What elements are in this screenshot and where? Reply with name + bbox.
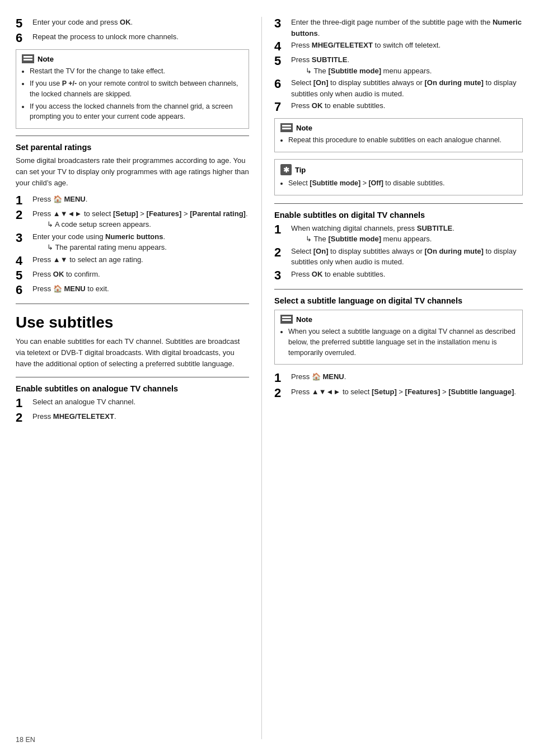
parental-step-6: 6 Press 🏠 MENU to exit. [16, 283, 249, 297]
note-icon-3 [280, 315, 293, 324]
right-step-5-sub: ↳ The [Subtitle mode] menu appears. [306, 66, 432, 77]
right-step-4: 4 Press MHEG/TELETEXT to switch off tele… [274, 40, 523, 53]
digital-step-1-sub: ↳ The [Subtitle mode] menu appears. [306, 234, 455, 245]
analogue-step-text-2: Press MHEG/TELETEXT. [32, 411, 249, 422]
set-parental-section: Set parental ratings Some digital broadc… [16, 143, 249, 297]
note-box-3: Note When you select a subtitle language… [274, 310, 523, 365]
analogue-step-2: 2 Press MHEG/TELETEXT. [16, 411, 249, 424]
analogue-step-num-2: 2 [16, 411, 30, 424]
parental-step-num-4: 4 [16, 254, 30, 268]
digital-step-3: 3 Press OK to enable subtitles. [274, 269, 523, 282]
tip-box-1: ✱ Tip Select [Subtitle mode] > [Off] to … [274, 159, 523, 195]
note-box-2: Note Repeat this procedure to enable sub… [274, 118, 523, 152]
note-item-3-1: When you select a subtitle language on a… [288, 326, 517, 358]
right-step-6: 6 Select [On] to display subtitles alway… [274, 77, 523, 99]
right-step-text-4: Press MHEG/TELETEXT to switch off telete… [291, 40, 523, 51]
right-column: 3 Enter the three-digit page number of t… [262, 17, 523, 739]
select-lang-section: Select a subtitle language on digital TV… [274, 296, 523, 400]
analogue-step-num-1: 1 [16, 396, 30, 410]
right-step-num-3: 3 [274, 17, 289, 30]
note-item-2-1: Repeat this procedure to enable subtitle… [288, 135, 517, 146]
digital-step-text-3: Press OK to enable subtitles. [291, 269, 523, 280]
note-text-1: Restart the TV for the change to take ef… [22, 66, 243, 122]
parental-step-3: 3 Enter your code using Numeric buttons.… [16, 231, 249, 253]
digital-step-2: 2 Select [On] to display subtitles alway… [274, 246, 523, 268]
right-step-text-3: Enter the three-digit page number of the… [291, 17, 523, 39]
tip-icon-1: ✱ [280, 164, 292, 175]
digital-step-num-1: 1 [274, 223, 289, 236]
divider-right-1 [274, 203, 523, 204]
right-step-num-5: 5 [274, 54, 289, 68]
note-text-2: Repeat this procedure to enable subtitle… [280, 135, 517, 146]
enable-digital-title: Enable subtitles on digital TV channels [274, 211, 523, 220]
divider-1 [16, 136, 249, 136]
note-label-2: Note [296, 124, 312, 132]
note-text-3: When you select a subtitle language on a… [280, 326, 517, 358]
parental-step-text-4: Press ▲▼ to select an age rating. [32, 254, 249, 265]
lang-step-text-1: Press 🏠 MENU. [291, 371, 523, 382]
right-step-text-6: Select [On] to display subtitles always … [291, 77, 523, 99]
lang-step-num-1: 1 [274, 371, 289, 385]
right-step-text-5: Press SUBTITLE. [291, 55, 349, 64]
page-footer: 18 EN [16, 736, 35, 744]
note-label-3: Note [296, 315, 312, 324]
note-label-1: Note [38, 55, 54, 63]
parental-step-2-sub: ↳ A code setup screen appears. [47, 219, 248, 230]
lang-step-text-2: Press ▲▼◄► to select [Setup] > [Features… [291, 386, 523, 398]
digital-step-1: 1 When watching digital channels, press … [274, 223, 523, 245]
right-step-7: 7 Press OK to enable subtitles. [274, 100, 523, 114]
divider-right-2 [274, 289, 523, 290]
parental-step-num-2: 2 [16, 208, 30, 222]
tip-header-1: ✱ Tip [280, 164, 517, 175]
tip-item-1-1: Select [Subtitle mode] > [Off] to disabl… [288, 178, 517, 189]
right-steps-top: 3 Enter the three-digit page number of t… [274, 17, 523, 114]
steps-5-6: 5 Enter your code and press OK. 6 Repeat… [16, 17, 249, 45]
parental-step-text-2: Press ▲▼◄► to select [Setup] > [Features… [32, 209, 248, 218]
parental-step-num-5: 5 [16, 269, 30, 282]
parental-step-text-3: Enter your code using Numeric buttons. [32, 232, 165, 241]
parental-step-num-1: 1 [16, 194, 30, 207]
use-subtitles-body: You can enable subtitles for each TV cha… [16, 336, 249, 370]
parental-step-num-6: 6 [16, 283, 30, 297]
lang-step-num-2: 2 [274, 386, 289, 400]
left-column: 5 Enter your code and press OK. 6 Repeat… [16, 17, 262, 739]
enable-analogue-section: Enable subtitles on analogue TV channels… [16, 384, 249, 424]
parental-step-text-1: Press 🏠 MENU. [32, 194, 249, 205]
use-subtitles-section: Use subtitles You can enable subtitles f… [16, 314, 249, 370]
tip-text-1: Select [Subtitle mode] > [Off] to disabl… [280, 178, 517, 189]
parental-step-1: 1 Press 🏠 MENU. [16, 194, 249, 207]
step-num-5: 5 [16, 17, 30, 30]
lang-step-1: 1 Press 🏠 MENU. [274, 371, 523, 385]
parental-step-2: 2 Press ▲▼◄► to select [Setup] > [Featur… [16, 208, 249, 230]
use-subtitles-title: Use subtitles [16, 314, 249, 332]
parental-step-3-sub: ↳ The parental rating menu appears. [47, 242, 167, 253]
tip-label-1: Tip [295, 166, 306, 174]
right-step-text-7: Press OK to enable subtitles. [291, 100, 523, 111]
right-step-num-7: 7 [274, 100, 289, 114]
note-header-1: Note [22, 54, 243, 63]
right-step-num-4: 4 [274, 40, 289, 53]
analogue-step-1: 1 Select an analogue TV channel. [16, 396, 249, 410]
step-text-5: Enter your code and press OK. [32, 17, 249, 28]
digital-step-text-1: When watching digital channels, press SU… [291, 224, 455, 232]
right-step-3: 3 Enter the three-digit page number of t… [274, 17, 523, 39]
right-step-5: 5 Press SUBTITLE. ↳ The [Subtitle mode] … [274, 54, 523, 76]
note-header-2: Note [280, 123, 517, 132]
note-icon-1 [22, 54, 34, 63]
step-text-6: Repeat the process to unlock more channe… [32, 31, 249, 43]
digital-step-text-2: Select [On] to display subtitles always … [291, 246, 523, 268]
right-step-num-6: 6 [274, 77, 289, 91]
note-item-1-2: If you use P +/- on your remote control … [30, 78, 243, 100]
parental-step-4: 4 Press ▲▼ to select an age rating. [16, 254, 249, 268]
digital-step-num-3: 3 [274, 269, 289, 282]
parental-step-5: 5 Press OK to confirm. [16, 269, 249, 282]
set-parental-title: Set parental ratings [16, 143, 249, 152]
set-parental-body: Some digital broadcasters rate their pro… [16, 155, 249, 189]
step-num-6: 6 [16, 31, 30, 45]
parental-step-num-3: 3 [16, 231, 30, 245]
select-lang-title: Select a subtitle language on digital TV… [274, 296, 523, 305]
step-5: 5 Enter your code and press OK. [16, 17, 249, 30]
note-box-1: Note Restart the TV for the change to ta… [16, 49, 249, 129]
analogue-step-text-1: Select an analogue TV channel. [32, 396, 249, 408]
divider-2 [16, 304, 249, 304]
